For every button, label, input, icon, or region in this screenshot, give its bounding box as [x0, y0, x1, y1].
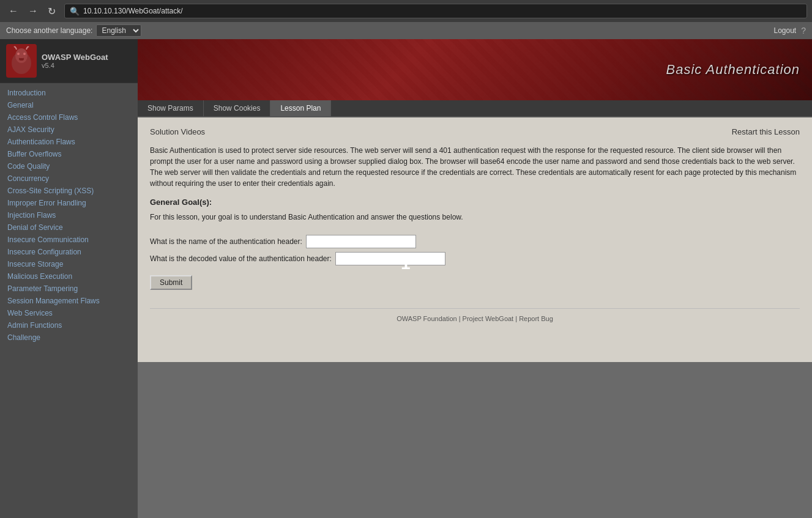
goat-logo — [6, 44, 37, 78]
auth-header-name-input[interactable] — [306, 235, 416, 248]
svg-point-4 — [19, 58, 24, 61]
sidebar-item-web-services[interactable]: Web Services — [0, 307, 138, 319]
sidebar-version: v5.4 — [42, 62, 108, 69]
banner-decoration — [138, 39, 812, 100]
search-icon: 🔍 — [70, 7, 80, 16]
content-area: Basic Authentication Show Params Show Co… — [138, 39, 812, 518]
field2-label: What is the decoded value of the authent… — [150, 254, 332, 263]
svg-point-2 — [17, 53, 20, 55]
sidebar-item-injection[interactable]: Injection Flaws — [0, 209, 138, 221]
language-select[interactable]: English German French Spanish — [96, 24, 141, 37]
sidebar-item-xss[interactable]: Cross-Site Scripting (XSS) — [0, 185, 138, 197]
solution-videos-link[interactable]: Solution Videos — [150, 127, 205, 136]
lesson-header: Solution Videos Restart this Lesson — [150, 127, 800, 136]
language-label: Choose another language: — [6, 26, 92, 35]
logout-link[interactable]: Logout — [774, 26, 797, 35]
sidebar-item-concurrency[interactable]: Concurrency — [0, 172, 138, 185]
form-section: What is the name of the authentication h… — [150, 235, 800, 265]
lesson-description: Basic Authentication is used to protect … — [150, 145, 800, 189]
back-button[interactable]: ← — [5, 4, 22, 18]
refresh-button[interactable]: ↻ — [44, 4, 59, 18]
lesson-footer: OWASP Foundation | Project WebGoat | Rep… — [150, 308, 800, 322]
sidebar-item-access-control[interactable]: Access Control Flaws — [0, 111, 138, 124]
project-webgoat-link[interactable]: Project WebGoat — [463, 315, 514, 322]
sidebar: OWASP WebGoat v5.4 Introduction General … — [0, 39, 138, 518]
nav-buttons: ← → ↻ — [5, 4, 59, 18]
url-text: 10.10.10.130/WebGoat/attack/ — [83, 7, 183, 15]
forward-button[interactable]: → — [24, 4, 42, 18]
sidebar-item-code-quality[interactable]: Code Quality — [0, 160, 138, 172]
form-row-2: What is the decoded value of the authent… — [150, 252, 800, 265]
top-bar: Choose another language: English German … — [0, 22, 812, 39]
browser-chrome: ← → ↻ 🔍 10.10.10.130/WebGoat/attack/ — [0, 0, 812, 22]
sidebar-item-ajax[interactable]: AJAX Security — [0, 124, 138, 136]
sidebar-item-insecure-config[interactable]: Insecure Configuration — [0, 246, 138, 258]
sidebar-item-parameter-tampering[interactable]: Parameter Tampering — [0, 283, 138, 295]
sidebar-app-name: OWASP WebGoat — [42, 53, 108, 62]
banner: Basic Authentication — [138, 39, 812, 100]
sidebar-nav: Introduction General Access Control Flaw… — [0, 83, 138, 347]
auth-header-value-input[interactable] — [335, 252, 445, 265]
sidebar-title: OWASP WebGoat v5.4 — [42, 53, 108, 69]
sidebar-item-dos[interactable]: Denial of Service — [0, 221, 138, 234]
sidebar-item-challenge[interactable]: Challenge — [0, 331, 138, 344]
sidebar-item-admin[interactable]: Admin Functions — [0, 319, 138, 331]
sidebar-item-auth-flaws[interactable]: Authentication Flaws — [0, 136, 138, 148]
svg-point-1 — [15, 48, 28, 63]
tab-lesson-plan[interactable]: Lesson Plan — [270, 100, 331, 116]
sidebar-item-session-mgmt[interactable]: Session Management Flaws — [0, 295, 138, 307]
sidebar-item-general[interactable]: General — [0, 99, 138, 111]
sidebar-item-insecure-storage[interactable]: Insecure Storage — [0, 258, 138, 270]
tab-show-cookies[interactable]: Show Cookies — [204, 100, 271, 116]
owasp-foundation-link[interactable]: OWASP Foundation — [397, 315, 456, 322]
address-bar[interactable]: 🔍 10.10.10.130/WebGoat/attack/ — [64, 4, 807, 18]
report-bug-link[interactable]: Report Bug — [519, 315, 553, 322]
language-section: Choose another language: English German … — [6, 24, 141, 37]
field1-label: What is the name of the authentication h… — [150, 237, 302, 246]
main-container: OWASP WebGoat v5.4 Introduction General … — [0, 39, 812, 518]
sidebar-item-introduction[interactable]: Introduction — [0, 87, 138, 99]
submit-button[interactable]: Submit — [150, 275, 192, 290]
tab-show-params[interactable]: Show Params — [138, 100, 204, 116]
form-row-1: What is the name of the authentication h… — [150, 235, 800, 248]
restart-lesson-link[interactable]: Restart this Lesson — [732, 127, 800, 136]
tab-bar: Show Params Show Cookies Lesson Plan — [138, 100, 812, 117]
sidebar-item-insecure-comm[interactable]: Insecure Communication — [0, 234, 138, 246]
help-icon[interactable]: ? — [801, 26, 806, 35]
sidebar-item-error-handling[interactable]: Improper Error Handling — [0, 197, 138, 209]
top-bar-right: Logout ? — [774, 26, 806, 35]
lesson-content: Solution Videos Restart this Lesson Basi… — [138, 117, 812, 362]
sidebar-item-malicious[interactable]: Malicious Execution — [0, 270, 138, 283]
sidebar-item-buffer[interactable]: Buffer Overflows — [0, 148, 138, 160]
lesson-goal-text: For this lesson, your goal is to underst… — [150, 212, 800, 223]
sidebar-header: OWASP WebGoat v5.4 — [0, 39, 138, 83]
svg-point-3 — [23, 53, 26, 55]
lesson-goal-title: General Goal(s): — [150, 198, 800, 207]
